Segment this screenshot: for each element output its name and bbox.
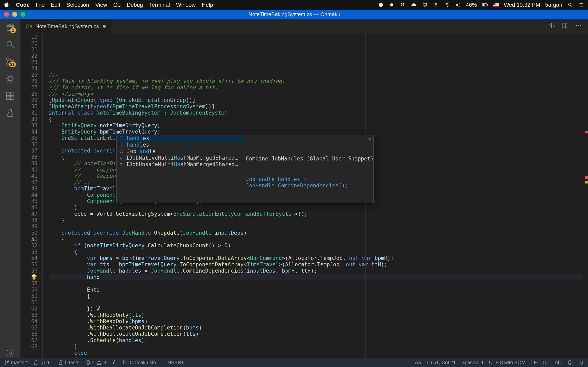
suggestion-doc: × Combine JobHandles (Global User Snippe… [243,135,374,203]
settings-gear-icon[interactable] [5,348,15,358]
debug-icon[interactable] [5,74,15,83]
svg-point-28 [120,150,123,153]
username[interactable]: 5argon [545,2,562,8]
battery-icon [482,2,488,8]
svg-point-33 [568,360,572,365]
lightbulb-icon[interactable]: 💡 [31,274,37,280]
clock[interactable]: Wed 10:32 PM [504,2,540,8]
suggestion-list[interactable]: handleshandlesJobHandleIJobNativeMultiHa… [116,135,243,203]
svg-rect-4 [483,4,484,6]
window-close-button[interactable] [4,12,9,17]
display-icon[interactable] [422,2,428,8]
extensions-icon[interactable] [5,91,15,101]
wifi-icon[interactable] [433,2,439,8]
sync-indicator[interactable]: 0↓ 1↑ [34,360,52,365]
language-mode[interactable]: C# [543,360,549,365]
control-center-icon[interactable] [578,2,584,8]
overview-ruler[interactable] [583,33,588,358]
svg-point-23 [576,25,577,26]
compare-icon[interactable] [549,22,556,30]
menu-help[interactable]: Help [202,2,213,8]
app-name[interactable]: Code [16,2,30,8]
suggestion-item[interactable]: IJobNativeMultiHashMapMergedSharedKeyIn.… [117,155,243,161]
split-editor-icon[interactable] [562,22,569,30]
more-actions-icon[interactable] [575,22,582,30]
svg-rect-26 [120,137,123,140]
cloud-icon[interactable] [411,2,417,8]
explorer-icon[interactable]: 1 [5,22,15,32]
tab-filename: NoteTimeBakingSystem.cs [35,23,99,30]
svg-rect-19 [11,96,14,100]
file-tab[interactable]: C# NoteTimeBakingSystem.cs [20,19,111,33]
code-editor[interactable]: 1920212223242526272829303132333435363738… [20,33,588,358]
bell-icon[interactable] [579,360,584,365]
test-icon[interactable] [5,108,15,118]
menu-file[interactable]: File [36,2,45,8]
dropbox-icon[interactable] [400,2,406,8]
spotlight-icon[interactable] [567,2,573,8]
svg-rect-27 [120,143,123,146]
window-title: NoteTimeBakingSystem.cs — Onmaku [25,11,563,17]
svg-rect-1 [423,3,426,6]
menu-view[interactable]: View [95,2,107,8]
branch-indicator[interactable]: master* [4,360,28,365]
code-area[interactable]: handleshandlesJobHandleIJobNativeMultiHa… [43,33,588,358]
svg-point-21 [9,352,11,354]
encoding[interactable]: UTF-8 with BOM [489,360,526,365]
menu-edit[interactable]: Edit [51,2,61,8]
window-minimize-button[interactable] [12,12,17,17]
doc-title: Combine JobHandles (Global User Snippet) [246,156,371,162]
svg-point-14 [7,63,9,65]
line-number-gutter: 1920212223242526272829303132333435363738… [20,33,43,358]
suggestion-item[interactable]: handles [117,135,243,142]
close-icon[interactable]: × [368,136,371,142]
macos-menubar: Code File Edit Selection View Go Debug T… [0,0,588,10]
fire-icon[interactable] [112,360,117,365]
menu-terminal[interactable]: Terminal [149,2,170,8]
source-control-icon[interactable]: 23 [5,57,15,67]
svg-rect-5 [487,4,488,6]
window-titlebar: NoteTimeBakingSystem.cs — Onmaku [0,10,588,19]
svg-point-0 [390,3,393,6]
menu-selection[interactable]: Selection [67,2,89,8]
tab-bar: C# NoteTimeBakingSystem.cs [20,19,588,33]
svg-point-2 [435,6,436,7]
svg-point-29 [5,361,6,362]
svg-rect-10 [493,3,495,5]
volume-icon[interactable] [455,2,461,8]
svg-point-12 [7,41,12,46]
case-indicator[interactable]: Aa [415,360,421,365]
problems-indicator[interactable]: 4 3 [85,360,106,365]
feedback-icon[interactable] [568,360,573,365]
eol[interactable]: LF [531,360,537,365]
record-icon[interactable] [389,2,395,8]
spell-indicator[interactable]: Ab| [554,360,562,365]
indentation[interactable]: Spaces: 4 [461,360,483,365]
suggestion-item[interactable]: JobHandle [117,148,243,155]
svg-point-13 [7,58,9,60]
svg-point-25 [580,25,581,26]
unity-icon[interactable] [378,2,384,8]
window-zoom-button[interactable] [20,12,25,17]
scm-badge: 23 [9,62,16,67]
csharp-file-icon: C# [26,23,33,30]
status-bar: master* 0↓ 1↑ 0 tests 4 3 Onmaku.sln -- [0,358,588,367]
svg-rect-9 [493,6,499,6]
suggestion-item[interactable]: IJobUnsafeMultiHashMapMergedSharedKeyIn.… [117,161,243,167]
menu-debug[interactable]: Debug [127,2,143,8]
apple-logo-icon [4,1,10,9]
dirty-indicator-icon [103,25,106,28]
menu-go[interactable]: Go [113,2,121,8]
explorer-badge: 1 [10,27,16,33]
bluetooth-icon[interactable] [444,2,450,8]
search-icon[interactable] [5,40,15,49]
suggestion-item[interactable]: handles [117,142,243,148]
test-count[interactable]: 0 tests [58,360,79,365]
svg-rect-20 [11,92,14,95]
cursor-position[interactable]: Ln 51, Col 21 [427,360,456,365]
svg-point-30 [5,363,6,364]
solution-indicator[interactable]: Onmaku.sln [123,360,156,365]
menu-window[interactable]: Window [176,2,196,8]
svg-rect-17 [7,92,10,95]
flag-icon[interactable] [493,2,499,8]
